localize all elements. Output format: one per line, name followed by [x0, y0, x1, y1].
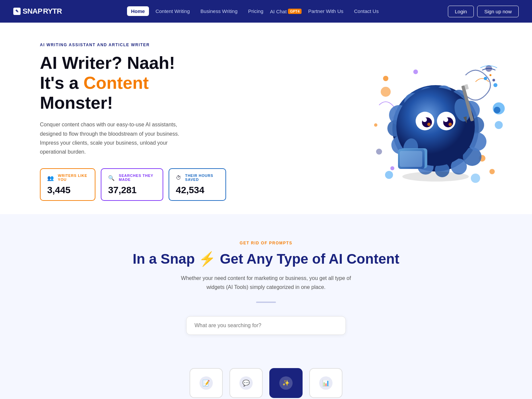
svg-point-15: [484, 77, 487, 80]
bottom-card-3[interactable]: ✨: [269, 368, 303, 398]
nav-item-contact[interactable]: Contact Us: [350, 8, 383, 14]
svg-point-41: [427, 123, 431, 126]
svg-point-12: [381, 87, 391, 97]
logo-icon: [13, 8, 21, 15]
nav-links: Home Content Writing Business Writing Pr…: [127, 3, 383, 20]
nav-link-content-writing[interactable]: Content Writing: [152, 6, 194, 16]
nav-actions: Login Sign up now: [448, 6, 519, 17]
svg-point-17: [492, 79, 495, 81]
svg-point-1: [493, 83, 497, 87]
card-icon-4: 📊: [319, 376, 332, 390]
hero-content: AI WRITING ASSISTANT AND ARTICLE WRITER …: [40, 43, 226, 201]
writers-icon: 👥: [47, 175, 54, 181]
nav-link-pricing[interactable]: Pricing: [244, 6, 267, 16]
hero-decoration: [359, 59, 505, 185]
search-input[interactable]: [186, 316, 346, 335]
bottom-card-1[interactable]: 📝: [190, 368, 223, 398]
card-icon-2: 💬: [239, 376, 253, 390]
login-button[interactable]: Login: [448, 6, 474, 17]
card-icon-1: 📝: [200, 376, 213, 390]
svg-point-11: [494, 107, 500, 113]
nav-link-ai-chat[interactable]: AI Chat GPT4: [270, 1, 302, 22]
svg-point-3: [374, 123, 377, 127]
bottom-card-4[interactable]: 📊: [309, 368, 342, 398]
svg-point-0: [383, 76, 388, 81]
navbar: SNAPRYTR Home Content Writing Business W…: [0, 0, 532, 23]
prompts-section: GET RID OF PROMPTS In a Snap ⚡ Get Any T…: [0, 214, 532, 368]
section2-description: Whether your need content for marketing …: [176, 274, 356, 292]
hero-section: AI WRITING ASSISTANT AND ARTICLE WRITER …: [0, 23, 532, 214]
signup-button[interactable]: Sign up now: [477, 6, 519, 17]
stat-hours: ⏱ THEIR HOURS SAVED 42,534: [169, 168, 226, 201]
nav-link-partner[interactable]: Partner With Us: [304, 6, 347, 16]
nav-link-contact[interactable]: Contact Us: [350, 6, 383, 16]
nav-item-partner[interactable]: Partner With Us: [304, 8, 347, 14]
svg-point-6: [390, 166, 394, 170]
gpt4-badge: GPT4: [288, 9, 302, 14]
svg-point-40: [444, 117, 448, 122]
logo-rytr: RYTR: [43, 7, 62, 16]
stat-writers: 👥 WRITERS LIKE YOU 3,445: [40, 168, 95, 201]
section2-title: In a Snap ⚡ Get Any Type of AI Content: [13, 251, 519, 267]
bottom-card-2[interactable]: 💬: [229, 368, 263, 398]
card-icon-3: ✨: [279, 376, 293, 390]
stats-row: 👥 WRITERS LIKE YOU 3,445 🔍 SEARCHES THEY…: [40, 168, 226, 201]
svg-point-39: [422, 117, 427, 122]
svg-point-42: [449, 123, 452, 126]
svg-point-5: [489, 169, 495, 174]
hero-eyebrow: AI WRITING ASSISTANT AND ARTICLE WRITER: [40, 43, 226, 47]
nav-item-business-writing[interactable]: Business Writing: [197, 8, 241, 14]
svg-point-16: [489, 74, 491, 76]
bottom-cards-strip: 📝 💬 ✨ 📊: [0, 368, 532, 399]
logo[interactable]: SNAPRYTR: [13, 7, 62, 16]
svg-point-51: [402, 172, 469, 182]
section-divider: [256, 302, 276, 303]
svg-rect-50: [400, 151, 422, 167]
hero-description: Conquer content chaos with our easy-to-u…: [40, 120, 183, 156]
search-container: [186, 316, 346, 335]
nav-item-ai-chat[interactable]: AI Chat GPT4: [270, 3, 302, 20]
searches-icon: 🔍: [108, 175, 115, 181]
nav-link-business-writing[interactable]: Business Writing: [197, 6, 241, 16]
svg-point-13: [385, 171, 393, 179]
hero-image: [359, 59, 505, 185]
monster-illustration: [359, 59, 505, 185]
stat-searches: 🔍 SEARCHES THEY MADE 37,281: [101, 168, 163, 201]
nav-link-home[interactable]: Home: [127, 6, 149, 16]
svg-point-8: [376, 149, 382, 155]
nav-item-content-writing[interactable]: Content Writing: [152, 8, 194, 14]
nav-item-pricing[interactable]: Pricing: [244, 8, 267, 14]
svg-point-9: [413, 69, 418, 74]
svg-point-4: [495, 121, 503, 129]
svg-point-7: [471, 174, 480, 183]
section2-eyebrow: GET RID OF PROMPTS: [13, 241, 519, 245]
logo-snap: SNAP: [23, 7, 42, 16]
hero-title: AI Writer? Naah! It's a Content Monster!: [40, 53, 226, 113]
nav-item-home[interactable]: Home: [127, 8, 149, 14]
hours-icon: ⏱: [176, 175, 181, 181]
